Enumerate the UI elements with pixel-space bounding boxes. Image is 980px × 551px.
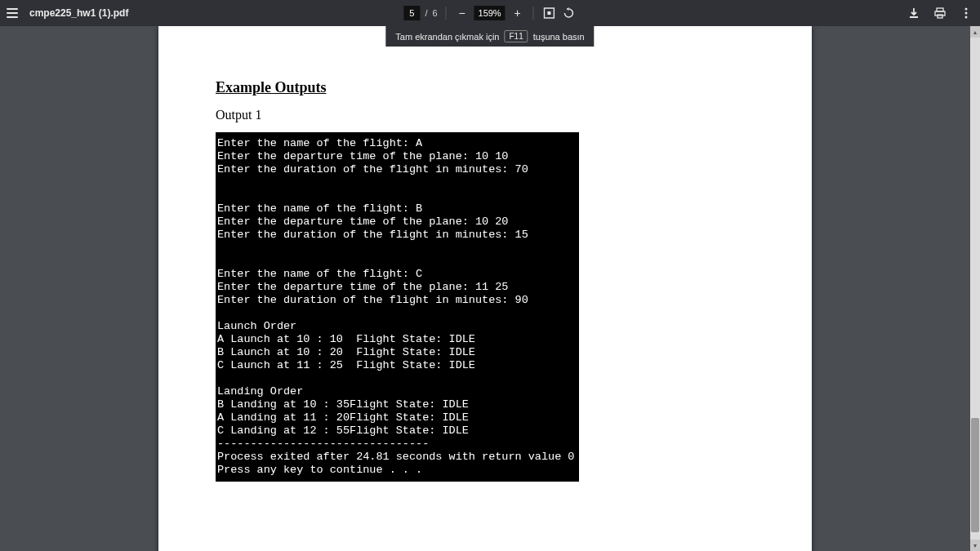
zoom-in-button[interactable]: + <box>510 7 525 20</box>
divider <box>446 7 447 20</box>
scroll-up-button[interactable]: ▴ <box>970 26 980 38</box>
console-output: Enter the name of the flight: A Enter th… <box>216 132 579 482</box>
notice-text-after: tuşuna basın <box>533 32 585 42</box>
page-separator: / <box>425 8 427 18</box>
print-icon[interactable] <box>933 6 947 20</box>
pdf-toolbar: cmpe225_hw1 (1).pdf / 6 − 159% + <box>0 0 980 26</box>
download-icon[interactable] <box>906 6 921 20</box>
scroll-down-button[interactable]: ▾ <box>970 540 980 551</box>
svg-rect-4 <box>938 15 942 18</box>
pdf-viewer[interactable]: Example Outputs Output 1 Enter the name … <box>0 26 970 551</box>
section-heading: Example Outputs <box>216 79 755 96</box>
more-icon[interactable] <box>959 6 973 20</box>
svg-point-5 <box>965 8 968 11</box>
toolbar-right <box>906 6 973 20</box>
notice-keycap: F11 <box>504 30 528 42</box>
fit-page-icon[interactable] <box>542 6 557 20</box>
toolbar-center: / 6 − 159% + <box>403 6 576 20</box>
notice-text-before: Tam ekrandan çıkmak için <box>395 32 499 42</box>
divider <box>533 7 534 20</box>
svg-point-7 <box>965 16 968 19</box>
svg-rect-1 <box>548 11 551 15</box>
section-subheading: Output 1 <box>216 108 755 122</box>
vertical-scrollbar[interactable]: ▴ ▾ <box>970 26 980 551</box>
pdf-page: Example Outputs Output 1 Enter the name … <box>158 26 812 551</box>
page-total: 6 <box>432 8 437 18</box>
page-number-input[interactable] <box>403 6 420 20</box>
svg-point-6 <box>965 12 968 15</box>
scroll-thumb[interactable] <box>971 418 979 532</box>
menu-icon[interactable] <box>7 8 18 18</box>
zoom-out-button[interactable]: − <box>455 7 470 20</box>
zoom-value: 159% <box>474 6 506 20</box>
rotate-icon[interactable] <box>562 6 577 20</box>
toolbar-left: cmpe225_hw1 (1).pdf <box>7 7 128 19</box>
fullscreen-notice: Tam ekrandan çıkmak için F11 tuşuna bası… <box>385 26 594 47</box>
document-title: cmpe225_hw1 (1).pdf <box>29 7 128 19</box>
